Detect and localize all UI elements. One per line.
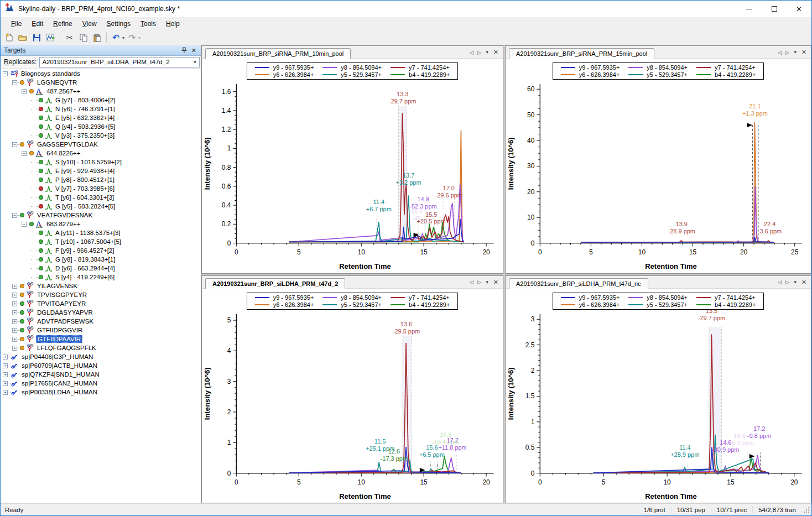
collapse-icon[interactable]: − — [12, 142, 17, 147]
expand-icon[interactable]: + — [12, 337, 17, 342]
tree-row[interactable]: +PADVTPADFSEWSK — [1, 317, 201, 326]
targets-close-icon[interactable]: ✕ — [189, 47, 199, 54]
replicate-tab[interactable]: A20190321sunr_BRP_siLDHA_PRM_t47d_2 — [205, 278, 345, 289]
expand-icon[interactable]: + — [3, 381, 8, 386]
panel-menu-icon[interactable]: ▼ — [793, 50, 798, 55]
tree-row[interactable]: Q [y4] - 503.2936+[5] — [1, 122, 201, 131]
tree-row[interactable]: −683.8279++ — [1, 220, 201, 228]
panel-menu-icon[interactable]: ▼ — [485, 280, 490, 285]
prev-graph-icon[interactable]: ◁ — [778, 50, 782, 55]
tree-row[interactable]: +PGTFIIDPAAVIR — [1, 335, 201, 343]
cut-icon[interactable]: ✂ — [63, 32, 76, 44]
collapse-icon[interactable]: − — [22, 222, 27, 227]
expand-icon[interactable]: + — [3, 372, 8, 377]
expand-icon[interactable]: + — [3, 355, 8, 359]
panel-close-icon[interactable]: ✕ — [801, 49, 806, 56]
tree-row[interactable]: V [y7] - 703.3985+[6] — [1, 184, 201, 193]
next-graph-icon[interactable]: ▷ — [785, 279, 789, 285]
import-results-icon[interactable] — [44, 32, 57, 44]
copy-icon[interactable] — [77, 32, 90, 44]
menu-file[interactable]: File — [6, 18, 27, 29]
tree-row[interactable]: +PGTFIIDPGGVIR — [1, 326, 201, 335]
tree-row[interactable]: +sp|P04406|G3P_HUMAN — [1, 352, 201, 361]
collapse-icon[interactable]: − — [12, 213, 17, 218]
tree-row[interactable]: +PYILAGVENSK — [1, 282, 201, 290]
tree-row[interactable]: +sp|Q7KZF4|SND1_HUMAN — [1, 370, 201, 379]
replicate-tab[interactable]: A20190321sunr_BRP_siRNA_PRM_15min_pool — [509, 48, 654, 59]
open-folder-icon[interactable] — [17, 32, 29, 44]
tree-row[interactable]: G [y8] - 819.3843+[1] — [1, 255, 201, 264]
expand-icon[interactable]: + — [3, 390, 8, 395]
replicate-tab[interactable]: A20190321sunr_BRP_siLDHA_PRM_t47d_nc — [509, 278, 648, 289]
tree-row[interactable]: +PTPVITGAPYEYR — [1, 299, 201, 308]
save-icon[interactable] — [30, 32, 43, 44]
panel-close-icon[interactable]: ✕ — [801, 279, 806, 286]
prev-graph-icon[interactable]: ◁ — [470, 279, 473, 285]
tree-row[interactable]: +sp|P60709|ACTB_HUMAN — [1, 361, 201, 370]
prev-graph-icon[interactable]: ◁ — [470, 50, 473, 55]
tree-row[interactable]: P [y8] - 800.4512+[1] — [1, 175, 201, 184]
panel-close-icon[interactable]: ✕ — [493, 49, 498, 56]
tree-row[interactable]: F [y9] - 966.4527+[2] — [1, 246, 201, 255]
tree-row[interactable]: +sp|P00338|LDHA_HUMAN — [1, 388, 201, 397]
next-graph-icon[interactable]: ▷ — [477, 279, 481, 285]
tree-row[interactable]: D [y6] - 663.2944+[4] — [1, 264, 201, 273]
collapse-icon[interactable]: − — [12, 80, 17, 85]
tree-row[interactable]: G [y5] - 503.2824+[5] — [1, 202, 201, 211]
panel-menu-icon[interactable]: ▼ — [485, 50, 490, 55]
paste-icon[interactable] — [91, 32, 103, 44]
menu-view[interactable]: View — [77, 18, 102, 29]
next-graph-icon[interactable]: ▷ — [477, 50, 481, 55]
tree-row[interactable]: S [y10] - 1016.5259+[2] — [1, 158, 201, 166]
chromatogram-plot[interactable]: 0510152000.511.522.53Retention TimeInten… — [506, 310, 811, 503]
tree-row[interactable]: −PGAGSSEPVTGLDAK — [1, 140, 201, 149]
tree-row[interactable]: −644.8226++ — [1, 149, 201, 158]
tree-row[interactable]: E [y5] - 632.3362+[4] — [1, 113, 201, 122]
tree-row[interactable]: −487.2567++ — [1, 87, 201, 96]
expand-icon[interactable]: + — [12, 284, 17, 289]
tree-row[interactable]: E [y9] - 929.4938+[4] — [1, 166, 201, 175]
menu-edit[interactable]: Edit — [27, 18, 48, 29]
chromatogram-plot[interactable]: 05101520012345Retention TimeIntensity (1… — [202, 310, 503, 503]
tree-row[interactable]: +sp|P17655|CAN2_HUMAN — [1, 379, 201, 388]
replicates-combobox[interactable]: A20190321sunr_BRP_siLDHA_PRM_t47d_2 ▼ — [39, 57, 200, 67]
tree-row[interactable]: T [y6] - 604.3301+[3] — [1, 193, 201, 202]
chevron-down-icon[interactable]: ▼ — [191, 60, 199, 65]
maximize-button[interactable] — [762, 1, 787, 17]
tree-row[interactable]: +PTPVISGGPYEYR — [1, 290, 201, 299]
prev-graph-icon[interactable]: ◁ — [778, 279, 782, 285]
tree-row[interactable]: −PVEATFGVDESNAK — [1, 211, 201, 220]
pin-icon[interactable] — [179, 47, 189, 54]
tree-row[interactable]: V [y3] - 375.2350+[3] — [1, 131, 201, 140]
undo-icon[interactable]: ↶ — [110, 32, 122, 44]
expand-icon[interactable]: + — [12, 293, 17, 298]
expand-icon[interactable]: + — [12, 310, 17, 315]
menu-settings[interactable]: Settings — [102, 18, 136, 29]
expand-icon[interactable]: + — [3, 363, 8, 368]
tree-row[interactable]: A [y11] - 1138.5375+[3] — [1, 228, 201, 237]
close-button[interactable]: ✕ — [787, 1, 811, 17]
tree-row[interactable]: +PLFLQFGAQGSPFLK — [1, 343, 201, 352]
undo-dropdown-icon[interactable]: ▾ — [122, 35, 124, 40]
tree-row[interactable]: S [y4] - 419.2249+[6] — [1, 273, 201, 282]
replicate-tab[interactable]: A20190321sunr_BRP_siRNA_PRM_10min_pool — [205, 48, 351, 59]
collapse-icon[interactable]: − — [22, 151, 27, 156]
minimize-button[interactable] — [737, 1, 762, 17]
tree-row[interactable]: G [y7] - 803.4006+[2] — [1, 96, 201, 105]
expand-icon[interactable]: + — [12, 301, 17, 306]
resize-grip[interactable] — [803, 506, 810, 514]
panel-close-icon[interactable]: ✕ — [493, 279, 498, 286]
expand-icon[interactable]: + — [12, 319, 17, 324]
chromatogram-plot[interactable]: 0510152000.20.40.60.811.21.41.6Retention… — [202, 80, 503, 273]
tree-row[interactable]: N [y6] - 746.3791+[1] — [1, 105, 201, 113]
tree-row[interactable]: −PLGGNEQVTR — [1, 78, 201, 87]
expand-icon[interactable]: + — [12, 346, 17, 351]
new-document-icon[interactable]: ✳ — [3, 32, 15, 44]
menu-refine[interactable]: Refine — [48, 18, 77, 29]
tree-row[interactable]: +PDGLDAASYYAPVR — [1, 308, 201, 317]
collapse-icon[interactable]: − — [22, 89, 27, 94]
next-graph-icon[interactable]: ▷ — [785, 50, 789, 55]
panel-menu-icon[interactable]: ▼ — [793, 280, 798, 285]
menu-tools[interactable]: Tools — [136, 18, 161, 29]
collapse-icon[interactable]: − — [3, 71, 8, 76]
